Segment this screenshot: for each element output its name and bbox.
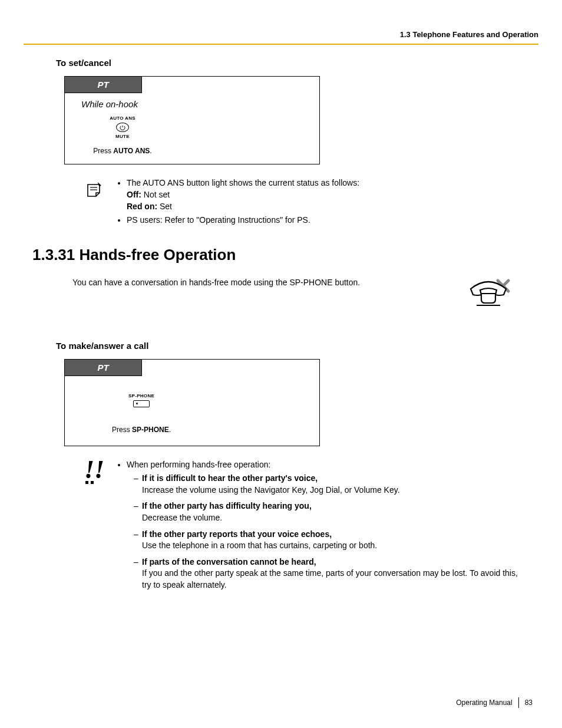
press-prefix: Press bbox=[112, 426, 132, 434]
tip-item: If the other party has difficulty hearin… bbox=[134, 500, 518, 523]
section-title: 1.3.31 Hands-free Operation bbox=[32, 244, 518, 265]
subheading-set-cancel: To set/cancel bbox=[56, 57, 518, 69]
note-list: The AUTO ANS button light shows the curr… bbox=[116, 177, 359, 228]
off-label: Off: bbox=[127, 190, 141, 199]
press-suffix: . bbox=[150, 147, 151, 155]
tip-bold: If parts of the conversation cannot be h… bbox=[142, 557, 316, 566]
tip-item: If parts of the conversation cannot be h… bbox=[134, 556, 518, 591]
auto-ans-button-icon bbox=[116, 123, 129, 132]
tips-list: When performing hands-free operation: If… bbox=[116, 459, 518, 596]
page-footer: Operating Manual 83 bbox=[456, 697, 533, 708]
note-text: The AUTO ANS button light shows the curr… bbox=[127, 178, 359, 187]
header-rule bbox=[24, 44, 538, 45]
footer-page-number: 83 bbox=[525, 698, 533, 708]
tip-body: Decrease the volume. bbox=[142, 513, 222, 522]
sp-phone-button-icon bbox=[133, 400, 150, 407]
procedure-box-set-cancel: PT While on-hook AUTO ANS MUTE Press AUT… bbox=[64, 76, 320, 164]
button-label: SP-PHONE bbox=[94, 393, 189, 399]
tip-item: If it is difficult to hear the other par… bbox=[134, 473, 518, 496]
press-suffix: . bbox=[169, 426, 171, 434]
subheading-make-answer: To make/answer a call bbox=[56, 340, 518, 352]
intro-text: You can have a conversation in hands-fre… bbox=[72, 277, 360, 289]
pt-tab: PT bbox=[65, 360, 142, 376]
press-instruction: Press SP-PHONE. bbox=[94, 425, 189, 435]
footer-manual: Operating Manual bbox=[456, 698, 512, 708]
tip-bold: If the other party reports that your voi… bbox=[142, 529, 332, 539]
tip-item: If the other party reports that your voi… bbox=[134, 529, 518, 552]
tip-body: Increase the volume using the Navigator … bbox=[142, 485, 400, 495]
press-instruction: Press AUTO ANS. bbox=[87, 146, 158, 156]
press-prefix: Press bbox=[93, 147, 113, 155]
tip-body: If you and the other party speak at the … bbox=[142, 568, 518, 589]
important-icon: !! bbox=[84, 459, 108, 480]
phone-hangup-icon bbox=[465, 277, 512, 316]
state-label: While on-hook bbox=[81, 98, 313, 110]
running-header: 1.3 Telephone Features and Operation bbox=[24, 29, 538, 40]
button-label-bottom: MUTE bbox=[87, 133, 158, 140]
red-label: Red on: bbox=[127, 202, 157, 211]
tip-body: Use the telephone in a room that has cur… bbox=[142, 541, 377, 550]
procedure-box-make-answer: PT SP-PHONE Press SP-PHONE. bbox=[64, 359, 320, 446]
red-text: Set bbox=[157, 202, 172, 211]
press-bold: SP-PHONE bbox=[132, 426, 169, 434]
pt-tab: PT bbox=[65, 77, 142, 93]
note-icon bbox=[84, 180, 105, 201]
tips-lead: When performing hands-free operation: bbox=[127, 460, 270, 469]
press-bold: AUTO ANS bbox=[113, 147, 150, 155]
button-label-top: AUTO ANS bbox=[87, 115, 158, 121]
off-text: Not set bbox=[141, 190, 170, 199]
tip-bold: If the other party has difficulty hearin… bbox=[142, 501, 312, 510]
tip-bold: If it is difficult to hear the other par… bbox=[142, 473, 318, 483]
note-text: PS users: Refer to "Operating Instructio… bbox=[127, 215, 359, 226]
